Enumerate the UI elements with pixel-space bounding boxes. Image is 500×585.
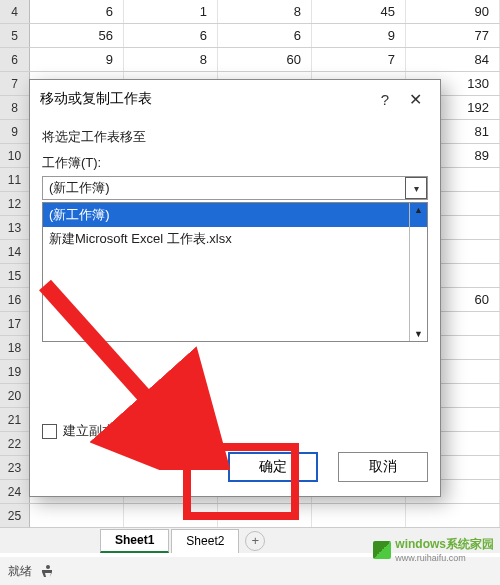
row-header[interactable]: 23 xyxy=(0,456,30,479)
cell[interactable]: 90 xyxy=(406,0,500,23)
cell[interactable] xyxy=(312,504,406,527)
checkbox-box-icon[interactable] xyxy=(42,424,57,439)
row-header[interactable]: 17 xyxy=(0,312,30,335)
cell[interactable]: 9 xyxy=(30,48,124,71)
row-header[interactable]: 22 xyxy=(0,432,30,455)
sheet-tab[interactable]: Sheet1 xyxy=(100,529,169,553)
cell[interactable]: 1 xyxy=(124,0,218,23)
watermark-text: windows系统家园 xyxy=(395,536,494,553)
create-copy-label: 建立副本(C) xyxy=(63,422,133,440)
table-row: 55666977 xyxy=(0,24,500,48)
row-header[interactable]: 16 xyxy=(0,288,30,311)
row-header[interactable]: 9 xyxy=(0,120,30,143)
row-header[interactable]: 11 xyxy=(0,168,30,191)
row-header[interactable]: 8 xyxy=(0,96,30,119)
cancel-button[interactable]: 取消 xyxy=(338,452,428,482)
cell[interactable]: 8 xyxy=(124,48,218,71)
dialog-title-text: 移动或复制工作表 xyxy=(40,90,152,108)
list-item[interactable]: (新工作簿) xyxy=(43,203,427,227)
watermark-url: www.ruihaifu.com xyxy=(395,553,494,563)
cell[interactable]: 7 xyxy=(312,48,406,71)
move-copy-sheet-dialog: 移动或复制工作表 ? ✕ 将选定工作表移至 工作簿(T): (新工作簿) ▾ (… xyxy=(29,79,441,497)
row-header[interactable]: 21 xyxy=(0,408,30,431)
sheet-tab[interactable]: Sheet2 xyxy=(171,529,239,553)
cell[interactable]: 8 xyxy=(218,0,312,23)
workbook-dropdown[interactable]: (新工作簿) ▾ xyxy=(42,176,428,200)
cell[interactable] xyxy=(30,504,124,527)
workbook-label: 工作簿(T): xyxy=(42,154,428,172)
row-header[interactable]: 19 xyxy=(0,360,30,383)
row-header[interactable]: 25 xyxy=(0,504,30,527)
scroll-up-icon[interactable]: ▲ xyxy=(410,203,427,217)
table-row: 46184590 xyxy=(0,0,500,24)
row-header[interactable]: 12 xyxy=(0,192,30,215)
cell[interactable]: 45 xyxy=(312,0,406,23)
cell[interactable] xyxy=(406,504,500,527)
row-header[interactable]: 14 xyxy=(0,240,30,263)
cell[interactable]: 56 xyxy=(30,24,124,47)
cell[interactable]: 6 xyxy=(218,24,312,47)
sheet-listbox[interactable]: (新工作簿)新建Microsoft Excel 工作表.xlsx ▲ ▼ xyxy=(42,202,428,342)
cell[interactable]: 6 xyxy=(124,24,218,47)
row-header[interactable]: 18 xyxy=(0,336,30,359)
add-sheet-button[interactable]: + xyxy=(245,531,265,551)
row-header[interactable]: 5 xyxy=(0,24,30,47)
row-header[interactable]: 4 xyxy=(0,0,30,23)
help-button[interactable]: ? xyxy=(370,91,400,108)
create-copy-checkbox[interactable]: 建立副本(C) xyxy=(42,422,428,440)
row-header[interactable]: 15 xyxy=(0,264,30,287)
cell[interactable]: 6 xyxy=(30,0,124,23)
chevron-down-icon[interactable]: ▾ xyxy=(405,177,427,199)
annotation-highlight-box xyxy=(183,443,299,520)
row-header[interactable]: 6 xyxy=(0,48,30,71)
accessibility-icon[interactable] xyxy=(38,561,58,581)
watermark: windows系统家园 www.ruihaifu.com xyxy=(373,536,494,563)
watermark-logo-icon xyxy=(373,541,391,559)
cell[interactable]: 77 xyxy=(406,24,500,47)
cell[interactable]: 60 xyxy=(218,48,312,71)
cell[interactable]: 84 xyxy=(406,48,500,71)
scroll-down-icon[interactable]: ▼ xyxy=(410,327,427,341)
row-header[interactable]: 24 xyxy=(0,480,30,503)
dialog-titlebar: 移动或复制工作表 ? ✕ xyxy=(30,80,440,118)
listbox-scrollbar[interactable]: ▲ ▼ xyxy=(409,203,427,341)
row-header[interactable]: 13 xyxy=(0,216,30,239)
row-header[interactable]: 7 xyxy=(0,72,30,95)
status-text: 就绪 xyxy=(8,563,32,580)
cell[interactable]: 9 xyxy=(312,24,406,47)
row-header[interactable]: 10 xyxy=(0,144,30,167)
close-button[interactable]: ✕ xyxy=(400,90,430,109)
workbook-dropdown-value: (新工作簿) xyxy=(43,179,405,197)
table-row: 69860784 xyxy=(0,48,500,72)
move-to-label: 将选定工作表移至 xyxy=(42,128,428,146)
svg-point-2 xyxy=(46,565,50,569)
list-item[interactable]: 新建Microsoft Excel 工作表.xlsx xyxy=(43,227,427,251)
row-header[interactable]: 20 xyxy=(0,384,30,407)
